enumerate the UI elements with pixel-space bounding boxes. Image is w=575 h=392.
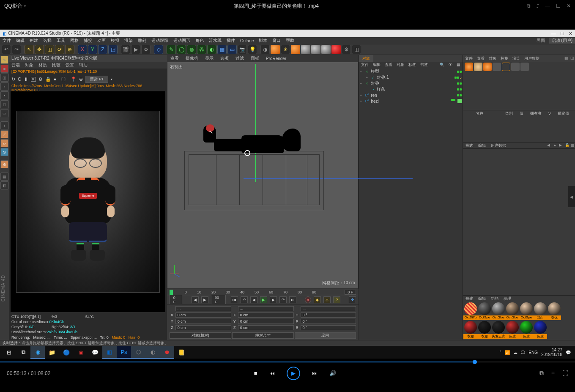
coord-rot-field[interactable]: 0 ° [301,319,356,324]
attr-ico-1[interactable] [465,63,473,71]
menu-item[interactable]: 运动跟踪 [149,38,171,44]
workplane-mode-button[interactable]: ◻ [0,100,8,108]
lv-tab[interactable]: 对象 [22,62,36,68]
move-gizmo-button[interactable]: ✥ [349,296,356,303]
taskbar-app1[interactable]: ⬡ [131,346,145,359]
playlist-button[interactable]: ≡ [551,370,555,377]
attr-ico-5[interactable] [502,63,510,71]
taskbar-netease[interactable]: ◉ [74,346,88,359]
next-track-button[interactable]: ⏭ [312,370,318,376]
coord-rot-field[interactable]: 0 ° [301,325,356,330]
material-swatch[interactable]: 衣服 [477,321,491,340]
menu-item[interactable]: 角色 [193,38,206,44]
lv-dropdown-arrow[interactable]: ▾ [111,77,112,81]
menu-item[interactable]: 窗口 [270,38,283,44]
x-axis-lock[interactable]: X [78,45,87,54]
menu-item[interactable]: 工具 [54,38,68,44]
timeline-ruler[interactable]: 01020304050607080900 F [167,289,359,295]
extrude-generator[interactable]: ◐ [207,45,216,54]
array-generator[interactable]: ⁂ [197,45,206,54]
lv-render-mode-dropdown[interactable]: 渲染 PT [85,76,108,83]
attr-new-icon[interactable]: ◫ [568,56,573,61]
coord-apply-button[interactable]: 应用 [295,332,356,339]
om-menu-item[interactable]: 文件 [359,62,371,68]
prev-track-button[interactable]: ⏮ [269,370,275,376]
menu-item[interactable]: 运动图形 [171,38,193,44]
lv-tab[interactable]: 设置 [63,62,77,68]
tree-item[interactable]: +L⁰ren [360,92,462,98]
tray-up-icon[interactable]: ˄ [499,350,501,355]
octane-mat-orange[interactable] [291,45,300,54]
taskbar-edge[interactable]: ◉ [30,346,45,359]
lv-lock-icon[interactable]: 🔒 [45,77,51,82]
close-icon[interactable]: ✕ [567,3,571,9]
prev-key-button[interactable]: ↶ [241,296,248,303]
mat-menu-item[interactable]: 编辑 [476,296,488,302]
menu-item[interactable]: 帮助 [283,38,297,44]
prev-frame-button[interactable]: ◀ [250,296,257,303]
mat-menu-item[interactable]: 功能 [488,296,501,302]
lv-pin-icon[interactable]: 📍 [71,77,77,82]
help-keyframe-button[interactable]: ? [333,296,340,303]
material-swatch[interactable]: 头发五官 [491,321,505,340]
rotate-tool[interactable]: ⟳ [55,45,64,54]
tree-item[interactable]: −○模型 [360,69,462,74]
cube-primitive[interactable]: ◇ [154,45,163,54]
coord-size-field[interactable]: 0 cm [238,325,294,330]
play-button[interactable]: ▶ [260,296,267,303]
octane-sun-icon[interactable]: ☀ [281,45,290,54]
mode-back-icon[interactable]: ◀ [545,143,550,148]
edges-mode-button[interactable]: ／ [0,130,8,138]
om-menu-item[interactable]: 编辑 [371,62,383,68]
om-eye-icon[interactable]: 👁 [446,63,455,67]
current-frame-marker[interactable] [170,290,173,295]
menu-item[interactable]: 脚本 [256,38,270,44]
last-tool[interactable]: ⊕ [65,45,74,54]
object-tree[interactable]: −○模型+/对称.1✓−○对称~样条+L⁰ren+L⁰hezi [359,68,463,340]
points-mode-button[interactable]: ⋮ [0,121,8,129]
octane-mat-gray3[interactable] [321,45,331,54]
viewport-menu-item[interactable]: 选项 [217,55,232,61]
next-key-button[interactable]: ↷ [279,296,287,303]
tweak-mode-button[interactable]: ▦ [0,173,8,181]
taskbar-chrome[interactable]: 🔵 [59,346,74,359]
tree-item[interactable]: −○对称 [360,80,462,86]
autokey-button[interactable]: ◆ [314,296,321,303]
lv-cycle-icon[interactable]: C [18,77,21,82]
lv-tab[interactable]: 云端 [9,62,22,68]
attr-menu-item[interactable]: 对象 [487,56,498,61]
render-settings-button[interactable]: ⚙ [141,45,151,54]
menu-item[interactable]: 流水线 [206,38,224,44]
make-editable-button[interactable]: ✎ [0,56,8,64]
menu-item[interactable]: 渲染 [122,38,135,44]
om-menu-item[interactable]: 书签 [418,62,430,68]
lv-pick-icon[interactable]: ⊕ [79,77,83,82]
goto-end-button[interactable]: ⏭ [289,296,296,303]
octane-settings-icon[interactable]: ⚙ [342,45,351,54]
viewport-menu-item[interactable]: 显示 [202,55,217,61]
tray-clock[interactable]: 14:27 2019/10/18 [541,348,562,357]
octane-mat-gray2[interactable] [311,45,320,54]
video-progress-bar[interactable] [0,360,575,364]
move-tool[interactable]: ✥ [35,45,44,54]
volume-button[interactable]: 🔊 [329,370,336,376]
material-swatch[interactable]: 耳白 [533,302,547,321]
attr-ico-3[interactable] [483,63,492,71]
attr-menu-item[interactable]: 用户数据 [522,56,542,61]
viewport-solo-button[interactable]: ◧ [0,181,8,189]
subdiv-surface[interactable]: ◍ [187,45,196,54]
mode-up-icon[interactable]: ▲ [550,143,556,148]
mode-menu-item[interactable]: 用户数据 [488,143,509,148]
material-swatch[interactable]: 头皮 [533,321,547,340]
taskbar-zbrush[interactable]: ◐ [145,346,160,359]
menu-item[interactable]: 雕刻 [135,38,149,44]
tray-lang[interactable]: ENG [528,350,538,355]
taskbar-explorer[interactable]: 📁 [45,346,59,359]
material-swatch[interactable]: 头皮 [505,321,519,340]
viewport-menu-item[interactable]: ProRender [263,56,290,61]
menu-item[interactable]: 文件 [0,38,14,44]
start-button[interactable]: ⊞ [2,346,16,359]
y-axis-lock[interactable]: Y [88,45,97,54]
timeline-end-field[interactable]: 0 F [345,290,356,295]
tree-item[interactable]: ~样条 [360,86,462,92]
